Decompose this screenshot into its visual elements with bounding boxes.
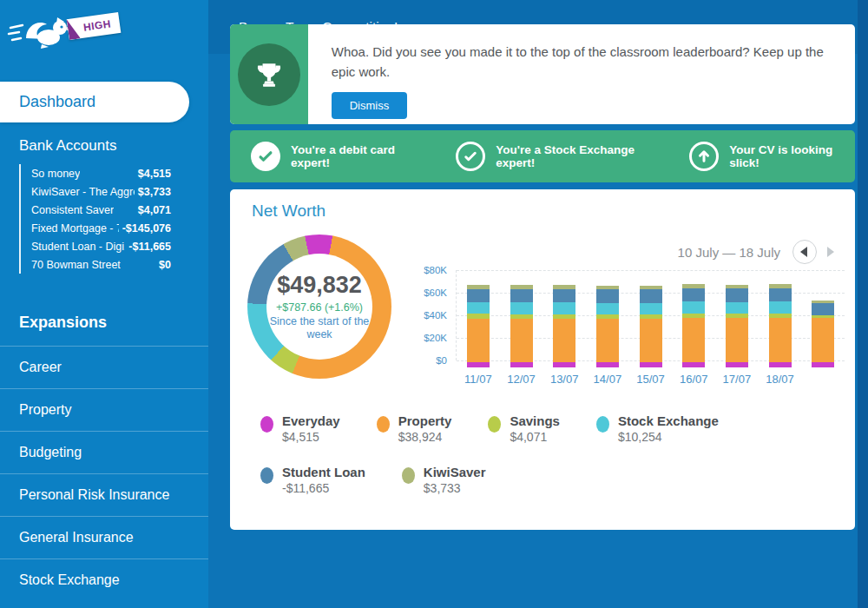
bar-stack (553, 285, 575, 367)
account-balance: -$11,665 (128, 241, 171, 253)
bar-stack (640, 286, 662, 367)
sidebar-item-personal-risk-insurance[interactable]: Personal Risk Insurance (0, 473, 208, 516)
bar-segment-stock-exchange (467, 302, 490, 314)
main-area: Banqer Team Competition! (208, 0, 868, 608)
arrow-up-outline-icon (689, 142, 719, 171)
bar-segment-stock-exchange (596, 303, 619, 314)
bar-segment-property (553, 319, 575, 362)
check-filled-icon (251, 142, 280, 171)
legend-text: Everyday$4,515 (282, 413, 340, 444)
donut-center: $49,832 +$787.66 (+1.6%) Since the start… (266, 254, 372, 360)
legend-item-everyday: Everyday$4,515 (260, 413, 340, 444)
bar-segment-everyday (553, 362, 575, 367)
bank-account-row[interactable]: Consistent Saver$4,071 (31, 201, 171, 219)
legend-name: KiwiSaver (424, 465, 486, 479)
net-worth-title: Net Worth (252, 202, 326, 221)
expansions-heading: Expansions (19, 314, 208, 332)
bar-column[interactable]: 12/07 (500, 270, 543, 360)
bank-account-row[interactable]: Student Loan - Digi...-$11,665 (31, 237, 171, 255)
next-week-button[interactable] (827, 247, 834, 257)
legend-dot (402, 467, 415, 484)
notification-message: Whoa. Did you see you made it to the top… (332, 42, 829, 82)
bar-stack (682, 284, 705, 367)
legend-item-student-loan: Student Loan-$11,665 (260, 465, 365, 495)
scrollbar-track[interactable] (858, 0, 868, 608)
bar-column[interactable]: 16/07 (672, 270, 715, 360)
bar-segment-property (467, 319, 490, 363)
legend-text: Property$38,924 (398, 413, 452, 444)
net-worth-history-chart: $80K$60K$40K$20K$0 11/0712/0713/0714/071… (414, 270, 848, 392)
sidebar-item-property[interactable]: Property (0, 388, 208, 431)
bar-column[interactable]: 11/07 (457, 270, 500, 360)
achievement-badge: You're a Stock Exchange expert! (456, 142, 637, 171)
logo-row: HIGH (0, 0, 208, 68)
legend-item-kiwisaver: KiwiSaver$3,733 (402, 465, 486, 495)
bar-segment-everyday (467, 362, 490, 367)
bar-stack (510, 285, 533, 367)
y-tick-label: $60K (424, 287, 447, 298)
bar-stack (596, 286, 619, 367)
dismiss-button[interactable]: Dismiss (332, 92, 408, 119)
bar-column[interactable]: 15/07 (629, 270, 673, 360)
legend-text: Stock Exchange$10,254 (618, 413, 719, 444)
bank-account-row[interactable]: So money$4,515 (31, 164, 171, 182)
bar-segment-everyday (510, 362, 533, 367)
account-name: Consistent Saver (31, 204, 114, 216)
legend-item-savings: Savings$4,071 (488, 413, 560, 444)
account-balance: $4,515 (138, 168, 171, 180)
legend-dot (596, 416, 609, 433)
bar-segment-student-loan (596, 289, 619, 302)
bar-segment-stock-exchange (510, 302, 533, 314)
sidebar-item-budgeting[interactable]: Budgeting (0, 431, 208, 473)
account-name: Fixed Mortgage - 7... (31, 222, 119, 235)
leaderboard-notification-card: Whoa. Did you see you made it to the top… (230, 24, 855, 124)
x-tick-label: 13/07 (542, 373, 586, 386)
y-tick-label: $80K (424, 265, 447, 275)
sidebar-item-career[interactable]: Career (0, 346, 208, 388)
bar-segment-student-loan (682, 288, 705, 301)
y-axis-labels: $80K$60K$40K$20K$0 (414, 270, 447, 360)
achievement-text: You're a debit card expert! (291, 143, 404, 169)
date-range-nav: 10 July — 18 July (678, 240, 834, 264)
banqer-dashboard: HIGH Dashboard Bank Accounts So money$4,… (0, 0, 868, 608)
bar-stack (812, 301, 834, 367)
bar-column[interactable] (801, 270, 845, 360)
sidebar-item-dashboard[interactable]: Dashboard (0, 82, 189, 122)
bar-segment-everyday (812, 362, 834, 367)
chart-legend: Everyday$4,515Property$38,924Savings$4,0… (260, 413, 842, 495)
account-balance: $0 (159, 259, 171, 271)
bar-segment-property (726, 318, 748, 362)
bar-column[interactable]: 14/07 (586, 270, 629, 360)
sidebar-item-general-insurance[interactable]: General Insurance (0, 516, 208, 558)
x-tick-label: 16/07 (672, 373, 715, 386)
achievements-banner: You're a debit card expert!You're a Stoc… (230, 130, 855, 182)
check-outline-icon (456, 142, 485, 171)
bar-column[interactable]: 18/07 (759, 270, 802, 360)
bar-segment-student-loan (467, 289, 490, 302)
bar-stack (467, 285, 490, 367)
trophy-panel (230, 24, 308, 124)
x-tick-label: 11/07 (457, 373, 500, 386)
bank-account-row[interactable]: Fixed Mortgage - 7...-$145,076 (31, 219, 171, 237)
sidebar-item-stock-exchange[interactable]: Stock Exchange (0, 558, 208, 601)
bar-plot-area: 11/0712/0713/0714/0715/0716/0717/0718/07 (456, 270, 845, 360)
net-worth-change: +$787.66 (+1.6%) (276, 301, 363, 314)
achievement-text: Your CV is looking slick! (729, 143, 834, 169)
bar-stack (769, 284, 792, 367)
bar-column[interactable]: 13/07 (542, 270, 586, 360)
trophy-icon (254, 60, 284, 89)
bar-segment-everyday (769, 362, 792, 367)
account-balance: -$145,076 (122, 222, 171, 235)
bar-segment-stock-exchange (769, 301, 792, 313)
account-name: Student Loan - Digi... (31, 241, 125, 253)
bar-segment-student-loan (769, 288, 792, 301)
bar-column[interactable]: 17/07 (715, 270, 759, 360)
legend-dot (488, 416, 501, 433)
bar-segment-stock-exchange (682, 301, 705, 313)
bank-account-row[interactable]: 70 Bowman Street$0 (31, 255, 171, 274)
account-balance: $3,733 (138, 186, 171, 198)
prev-week-button[interactable] (792, 240, 817, 264)
bank-account-row[interactable]: KiwiSaver - The Aggre...$3,733 (31, 182, 171, 201)
legend-value: $3,733 (424, 481, 486, 495)
legend-name: Everyday (282, 413, 340, 428)
